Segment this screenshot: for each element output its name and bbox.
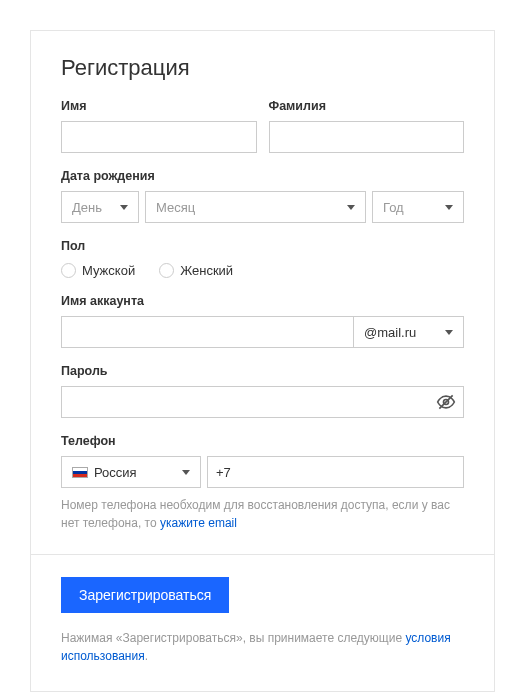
last-name-label: Фамилия: [269, 99, 465, 113]
password-input[interactable]: [61, 386, 464, 418]
radio-icon: [61, 263, 76, 278]
last-name-input[interactable]: [269, 121, 465, 153]
dob-year-select[interactable]: Год: [372, 191, 464, 223]
divider: [31, 554, 494, 555]
dob-row: День Месяц Год: [61, 191, 464, 223]
password-wrap: [61, 386, 464, 418]
password-label: Пароль: [61, 364, 464, 378]
phone-group: Телефон Россия Номер телефона необходим …: [61, 434, 464, 532]
phone-row: Россия: [61, 456, 464, 488]
chevron-down-icon: [347, 205, 355, 210]
eye-off-icon[interactable]: [436, 392, 456, 412]
gender-row: Мужской Женский: [61, 263, 464, 278]
account-domain-select[interactable]: @mail.ru: [354, 316, 464, 348]
dob-group: Дата рождения День Месяц Год: [61, 169, 464, 223]
submit-button[interactable]: Зарегистрироваться: [61, 577, 229, 613]
chevron-down-icon: [120, 205, 128, 210]
registration-panel: Регистрация Имя Фамилия Дата рождения Де…: [30, 30, 495, 692]
terms-before: Нажимая «Зарегистрироваться», вы принима…: [61, 631, 405, 645]
account-row: @mail.ru: [61, 316, 464, 348]
phone-country-name: Россия: [94, 465, 137, 480]
gender-female-radio[interactable]: Женский: [159, 263, 233, 278]
account-group: Имя аккаунта @mail.ru: [61, 294, 464, 348]
phone-hint-text: Номер телефона необходим для восстановле…: [61, 498, 450, 530]
chevron-down-icon: [182, 470, 190, 475]
phone-hint: Номер телефона необходим для восстановле…: [61, 496, 464, 532]
dob-day-placeholder: День: [72, 200, 102, 215]
page-title: Регистрация: [61, 55, 464, 81]
dob-day-select[interactable]: День: [61, 191, 139, 223]
terms-text: Нажимая «Зарегистрироваться», вы принима…: [61, 629, 464, 665]
gender-female-label: Женский: [180, 263, 233, 278]
phone-input[interactable]: [207, 456, 464, 488]
first-name-group: Имя: [61, 99, 257, 153]
account-input[interactable]: [61, 316, 354, 348]
chevron-down-icon: [445, 205, 453, 210]
account-label: Имя аккаунта: [61, 294, 464, 308]
account-domain-value: @mail.ru: [364, 325, 416, 340]
chevron-down-icon: [445, 330, 453, 335]
dob-year-placeholder: Год: [383, 200, 404, 215]
dob-month-select[interactable]: Месяц: [145, 191, 366, 223]
phone-country-select[interactable]: Россия: [61, 456, 201, 488]
terms-after: .: [145, 649, 148, 663]
last-name-group: Фамилия: [269, 99, 465, 153]
password-group: Пароль: [61, 364, 464, 418]
dob-label: Дата рождения: [61, 169, 464, 183]
dob-month-placeholder: Месяц: [156, 200, 195, 215]
first-name-input[interactable]: [61, 121, 257, 153]
gender-group: Пол Мужской Женский: [61, 239, 464, 278]
gender-male-radio[interactable]: Мужской: [61, 263, 135, 278]
gender-male-label: Мужской: [82, 263, 135, 278]
gender-label: Пол: [61, 239, 464, 253]
name-row: Имя Фамилия: [61, 99, 464, 169]
use-email-link[interactable]: укажите email: [160, 516, 237, 530]
radio-icon: [159, 263, 174, 278]
first-name-label: Имя: [61, 99, 257, 113]
phone-label: Телефон: [61, 434, 464, 448]
flag-russia-icon: [72, 467, 88, 478]
